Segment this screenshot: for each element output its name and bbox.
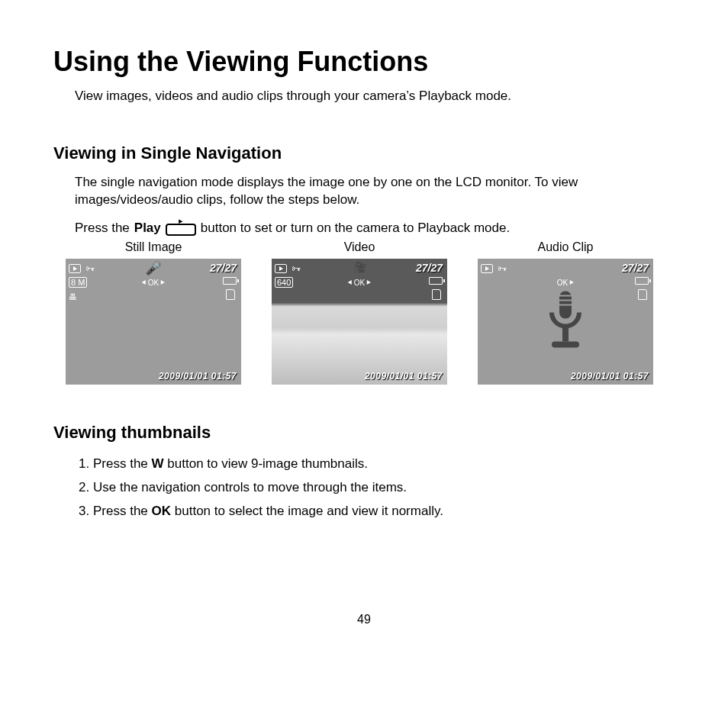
press-play-word: Play	[134, 221, 161, 236]
lcd-video: 🗝 🎥 OK 27/27 640 2009/01/01 01:57	[272, 259, 447, 385]
section-thumbnails-heading: Viewing thumbnails	[53, 423, 675, 443]
ok-label: OK	[148, 279, 159, 287]
page-title: Using the Viewing Functions	[53, 46, 675, 78]
ok-label: OK	[557, 279, 568, 287]
still-image-column: Still Image 🗝 🎤 OK 27/27 8 M 🖶	[66, 240, 241, 385]
manual-page: Using the Viewing Functions View images,…	[0, 0, 728, 642]
battery-icon	[223, 277, 237, 285]
step-3: Press the OK button to select the image …	[93, 501, 675, 521]
thumbnail-steps-list: Press the W button to view 9-image thumb…	[93, 453, 675, 522]
lock-icon: 🗝	[85, 263, 95, 274]
svg-rect-4	[562, 327, 569, 342]
still-image-label: Still Image	[125, 240, 182, 254]
video-column: Video 🗝 🎥 OK 27/27 640 2009/01/0	[272, 240, 447, 385]
playback-mode-icon	[275, 264, 287, 273]
section-single-nav-body: The single navigation mode displays the …	[75, 174, 675, 209]
audio-clip-column: Audio Clip 🗝 OK 27/27	[478, 240, 653, 385]
timestamp: 2009/01/01 01:57	[159, 371, 237, 382]
press-prefix: Press the	[75, 221, 130, 236]
playback-mode-icon	[481, 264, 493, 273]
lcd-still-image: 🗝 🎤 OK 27/27 8 M 🖶 2009/01/01 01:57	[66, 259, 241, 385]
button-outline-icon	[166, 224, 196, 236]
microphone-icon	[541, 288, 590, 356]
lcd-audio-clip: 🗝 OK 27/27	[478, 259, 653, 385]
timestamp: 2009/01/01 01:57	[365, 371, 443, 382]
voice-memo-icon: 🎤	[146, 261, 161, 275]
video-label: Video	[344, 240, 375, 254]
audio-clip-label: Audio Clip	[538, 240, 594, 254]
section-single-nav-heading: Viewing in Single Navigation	[53, 143, 675, 163]
press-play-instruction: Press the Play ▸ button to set or turn o…	[75, 217, 675, 236]
lcd-examples-row: Still Image 🗝 🎤 OK 27/27 8 M 🖶	[66, 240, 675, 385]
printer-icon: 🖶	[69, 292, 87, 301]
battery-icon	[635, 277, 649, 285]
resolution-badge: 8 M	[69, 277, 87, 288]
ok-indicator: OK	[348, 279, 371, 287]
lock-icon: 🗝	[292, 263, 301, 274]
frame-counter: 27/27	[210, 262, 237, 274]
press-suffix: button to set or turn on the camera to P…	[201, 221, 510, 236]
playback-mode-icon	[69, 264, 81, 273]
frame-counter: 27/27	[622, 262, 649, 274]
intro-text: View images, videos and audio clips thro…	[75, 89, 675, 104]
play-button-icon: ▸	[166, 217, 196, 236]
video-resolution-badge: 640	[275, 277, 293, 288]
memory-card-icon	[432, 289, 441, 300]
battery-icon	[429, 277, 443, 285]
video-camera-icon: 🎥	[353, 261, 366, 273]
ok-indicator: OK	[142, 279, 165, 287]
timestamp: 2009/01/01 01:57	[571, 371, 649, 382]
video-left-indicators: 640	[275, 277, 293, 288]
ok-indicator: OK	[557, 279, 574, 287]
step-1: Press the W button to view 9-image thumb…	[93, 453, 675, 474]
svg-rect-5	[552, 342, 579, 348]
ok-label: OK	[354, 279, 365, 287]
lock-icon: 🗝	[498, 263, 507, 274]
step-2: Use the navigation controls to move thro…	[93, 477, 675, 498]
frame-counter: 27/27	[416, 262, 443, 274]
page-number: 49	[53, 613, 675, 627]
still-left-indicators: 8 M 🖶	[69, 277, 87, 301]
memory-card-icon	[638, 289, 647, 300]
memory-card-icon	[226, 289, 235, 300]
